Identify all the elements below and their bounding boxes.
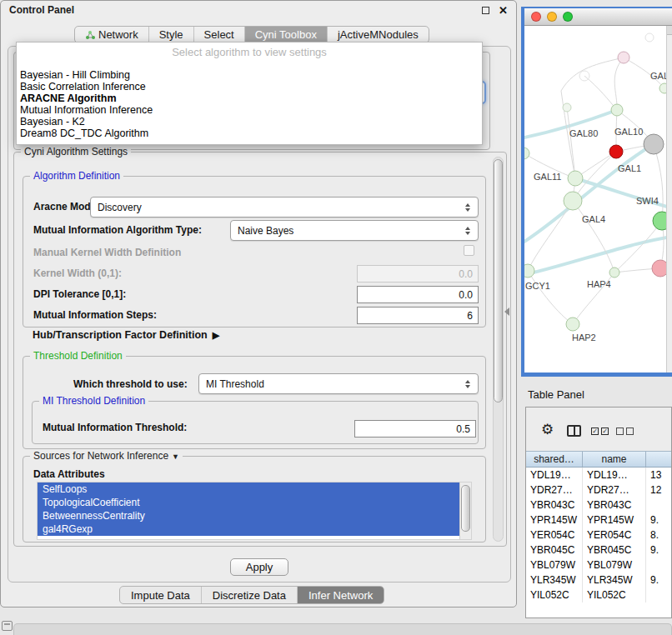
network-view-window: GAL GAL80 GAL10 GAL11 GAL1 SWI4 GAL4 GCY… [521,7,672,377]
hub-section-toggle[interactable]: Hub/Transcription Factor Definition ▶ [33,329,219,341]
column-header-name[interactable]: name [583,452,646,467]
kernel-width-input[interactable]: 0.0 [357,265,479,282]
cyni-bottom-tab-bar: Impute Data Discretize Data Infer Networ… [119,586,384,604]
data-attributes-label: Data Attributes [33,468,105,480]
mi-algorithm-type-select[interactable]: Naive Bayes [230,220,479,241]
dropdown-item[interactable]: Bayesian - K2 [17,116,482,128]
deselect-all-rows-icon[interactable] [616,428,634,435]
group-title: Cyni Algorithm Settings [21,146,131,158]
aracne-mode-select[interactable]: Discovery [90,197,479,218]
list-item[interactable]: SelfLoops [38,482,459,496]
table-row[interactable]: YER054CYER054C8. [526,528,671,542]
minimized-window-icon[interactable] [2,621,13,631]
table-toolbar: ⚙ ✓✓ [526,408,671,451]
tab-network[interactable]: Network [75,27,149,42]
expand-arrow-icon: ▶ [213,330,219,341]
scrollbar-thumb[interactable] [494,159,503,402]
network-node[interactable] [611,104,623,116]
node-label: SWI4 [636,196,659,206]
list-item[interactable]: gal4RGexp [38,522,459,536]
tab-discretize-data[interactable]: Discretize Data [202,587,298,603]
scroll-up-button[interactable] [667,26,672,35]
network-graph: GAL GAL80 GAL10 GAL11 GAL1 SWI4 GAL4 GCY… [524,26,672,372]
column-header-partial[interactable] [646,452,671,467]
which-threshold-label: Which threshold to use: [73,378,188,390]
dpi-tolerance-input[interactable]: 0.0 [357,286,479,303]
mac-minimize-button[interactable] [547,12,557,22]
network-node[interactable] [618,52,629,63]
table-header-row: shared… name [526,451,671,468]
scrollbar-thumb[interactable] [461,485,470,532]
table-row[interactable]: YIL052CYIL052C [526,588,671,602]
apply-button[interactable]: Apply [230,558,288,576]
network-node-red[interactable] [609,145,623,158]
table-settings-gear-icon[interactable]: ⚙ [541,422,554,437]
dropdown-item[interactable]: Basic Correlation Inference [17,81,482,92]
control-panel-titlebar: Control Panel ✕ [1,1,516,19]
table-row[interactable]: YBR043CYBR043C [526,498,671,512]
network-vertical-scrollbar[interactable] [666,26,672,372]
mi-threshold-definition-group: MI Threshold Definition Mutual Informati… [32,401,479,444]
network-node[interactable] [524,148,529,159]
data-attribute-list: SelfLoops TopologicalCoefficient Between… [37,482,472,540]
network-node[interactable] [609,268,619,278]
bottom-panel-edge [13,623,672,635]
mi-threshold-input[interactable]: 0.5 [354,420,476,438]
mi-steps-label: Mutual Information Steps: [33,309,157,321]
tab-cyni-toolbox[interactable]: Cyni Toolbox [245,27,328,42]
node-label: GAL4 [582,214,605,224]
settings-scrollbar[interactable] [493,157,504,542]
network-node[interactable] [564,192,582,210]
network-node[interactable] [524,264,534,278]
dropdown-item[interactable]: Bayesian - Hill Climbing [17,69,482,81]
list-item[interactable]: TopologicalCoefficient [38,496,459,509]
group-title: MI Threshold Definition [39,395,148,407]
column-header-shared-name[interactable]: shared… [526,452,583,467]
tab-label: Network [98,28,138,41]
table-row[interactable]: YDR27…YDR27…12 [526,482,671,498]
tab-style[interactable]: Style [149,27,194,42]
manual-kernel-width-checkbox[interactable] [464,245,474,256]
network-window-titlebar [524,8,672,26]
table-row[interactable]: YDL19…YDL19…13 [526,468,671,482]
select-all-rows-icon[interactable]: ✓✓ [591,428,609,435]
list-scrollbar[interactable] [459,482,471,539]
network-node[interactable] [645,33,654,42]
panel-splitter-collapse-arrow[interactable] [504,308,509,316]
dpi-tolerance-label: DPI Tolerance [0,1]: [33,288,126,300]
mac-zoom-button[interactable] [563,12,573,22]
network-node-gray[interactable] [644,134,664,154]
node-label: HAP2 [572,332,596,342]
network-node[interactable] [568,171,583,186]
group-title: Algorithm Definition [30,170,123,182]
network-canvas[interactable]: GAL GAL80 GAL10 GAL11 GAL1 SWI4 GAL4 GCY… [524,26,672,372]
algorithm-dropdown-popup: Select algorithm to view settings Bayesi… [16,42,483,145]
dropdown-item-selected[interactable]: ARACNE Algorithm [17,92,482,104]
close-window-icon[interactable]: ✕ [499,5,508,16]
dropdown-item[interactable]: Dream8 DC_TDC Algorithm [17,128,482,139]
table-row[interactable]: YBL079WYBL079W [526,558,671,572]
tab-infer-network[interactable]: Infer Network [298,587,384,603]
tab-select[interactable]: Select [194,27,245,42]
mac-close-button[interactable] [531,12,541,22]
table-row[interactable]: YLR345WYLR345W9. [526,572,671,588]
table-row[interactable]: YBR045CYBR045C9. [526,542,671,558]
dropdown-placeholder: Select algorithm to view settings [17,45,482,60]
table-row[interactable]: YPR145WYPR145W9. [526,512,671,528]
network-node[interactable] [563,103,571,112]
sources-section-toggle[interactable]: Sources for Network Inference▼ [30,450,183,462]
list-item[interactable]: BetweennessCentrality [38,509,459,522]
dropdown-item[interactable]: Mutual Information Inference [17,104,482,116]
node-label: GCY1 [525,281,550,291]
column-selector-icon[interactable] [567,425,581,437]
mi-steps-input[interactable]: 6 [357,307,479,324]
tab-jactivemnodules[interactable]: jActiveMNodules [328,27,429,42]
network-icon [85,30,95,40]
stepper-arrows-icon [462,227,474,235]
which-threshold-select[interactable]: MI Threshold [198,373,479,394]
float-window-icon[interactable] [482,7,489,14]
stepper-arrows-icon [462,380,474,388]
network-node[interactable] [566,318,579,331]
tab-impute-data[interactable]: Impute Data [120,587,202,603]
collapse-arrow-icon: ▼ [172,452,179,461]
